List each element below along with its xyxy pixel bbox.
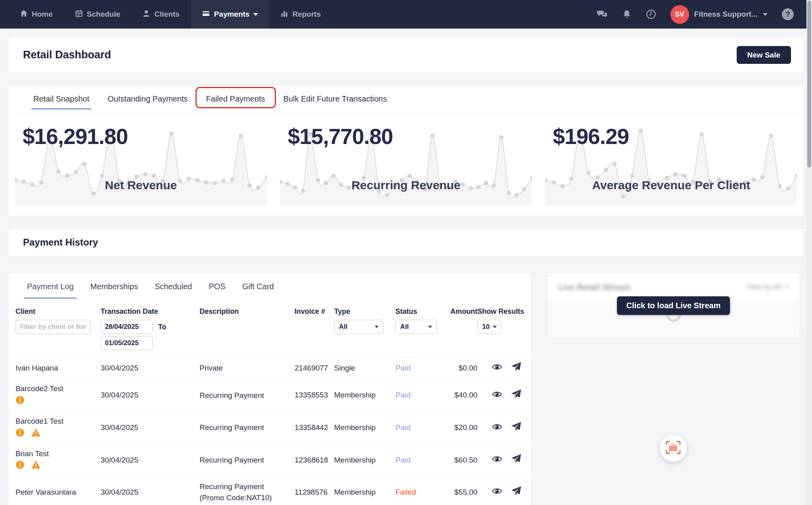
- chevron-down-icon: [763, 13, 768, 16]
- account-name: Fitness Support...: [694, 10, 758, 19]
- send-receipt-icon[interactable]: [511, 422, 521, 434]
- column-header-transaction-date: Transaction Date: [101, 307, 200, 316]
- view-payment-icon[interactable]: [492, 455, 502, 465]
- date-from-input[interactable]: [101, 320, 153, 334]
- client-name: Barcode1 Test: [15, 417, 101, 426]
- description-cell: Private: [199, 363, 295, 374]
- amount-cell: $0.00: [440, 364, 477, 373]
- chat-icon[interactable]: [597, 10, 608, 19]
- client-cell: Peter Varasuntara: [15, 488, 101, 497]
- status-cell: Paid: [396, 456, 440, 465]
- send-receipt-icon[interactable]: [511, 389, 521, 401]
- column-header-type: Type: [334, 307, 396, 316]
- status-cell: Failed: [396, 488, 440, 497]
- avatar: SV: [670, 5, 689, 24]
- bell-icon[interactable]: [622, 10, 632, 19]
- view-payment-icon[interactable]: [492, 423, 502, 433]
- type-select[interactable]: All: [334, 320, 383, 334]
- transaction-date-cell: 30/04/2025: [101, 456, 200, 465]
- metric-label: Recurring Revenue: [274, 179, 539, 192]
- description-cell: Recurring Payment: [199, 422, 295, 433]
- top-navbar: Home Schedule Clients Payments Reports S…: [0, 0, 812, 29]
- scrollbar-thumb[interactable]: [807, 1, 811, 167]
- account-menu[interactable]: SV Fitness Support...: [670, 5, 768, 24]
- warning-icon[interactable]: [31, 460, 41, 471]
- description-cell: Recurring Payment: [199, 390, 295, 401]
- chevron-down-icon: [253, 13, 258, 16]
- client-flags: [15, 428, 101, 439]
- transaction-date-cell: 30/04/2025: [101, 488, 200, 497]
- tab-scheduled[interactable]: Scheduled: [146, 273, 201, 300]
- actions-cell: [477, 454, 524, 466]
- column-header-description: Description: [199, 307, 295, 316]
- nav-item-home[interactable]: Home: [9, 0, 64, 29]
- tab-gift-card[interactable]: Gift Card: [234, 273, 282, 300]
- section-title: Payment History: [23, 237, 98, 248]
- table-body: Ivan Hapana30/04/2025Private21469077Sing…: [8, 357, 531, 505]
- metric-net-revenue: $16,291.80 Net Revenue: [8, 113, 274, 216]
- live-stream-filter[interactable]: Filter by All: [747, 284, 789, 291]
- actions-cell: [477, 389, 524, 401]
- barcode-scan-button[interactable]: [660, 435, 687, 462]
- description-cell: Recurring Payment: [199, 455, 295, 466]
- view-payment-icon[interactable]: [492, 390, 502, 400]
- nav-item-payments[interactable]: Payments: [191, 0, 270, 29]
- client-cell: Ivan Hapana: [15, 363, 101, 373]
- nav-item-clients[interactable]: Clients: [131, 0, 190, 29]
- tab-failed-payments[interactable]: Failed Payments: [197, 85, 274, 113]
- table-row: Brian Test30/04/2025Recurring Payment123…: [8, 444, 531, 477]
- actions-cell: [477, 422, 524, 434]
- nav-item-schedule[interactable]: Schedule: [64, 0, 131, 29]
- type-cell: Membership: [334, 456, 396, 465]
- send-receipt-icon[interactable]: [511, 486, 521, 498]
- tab-memberships[interactable]: Memberships: [82, 273, 146, 300]
- payment-log-tabs: Payment Log Memberships Scheduled POS Gi…: [8, 273, 531, 300]
- show-results-select[interactable]: 10: [477, 320, 501, 334]
- actions-cell: [477, 362, 524, 374]
- chevron-down-icon: [428, 326, 432, 328]
- metric-value: $16,291.80: [23, 124, 128, 149]
- invoice-cell: 21469077: [295, 364, 334, 373]
- client-filter-input[interactable]: [15, 320, 91, 334]
- nav-item-label: Reports: [292, 10, 321, 19]
- info-icon[interactable]: [15, 460, 25, 471]
- send-receipt-icon[interactable]: [511, 362, 521, 374]
- warning-icon[interactable]: [31, 428, 41, 439]
- amount-cell: $60.50: [440, 456, 477, 465]
- status-select[interactable]: All: [395, 320, 437, 334]
- info-icon[interactable]: [15, 396, 25, 407]
- view-payment-icon[interactable]: [492, 363, 502, 373]
- new-sale-button[interactable]: New Sale: [737, 46, 791, 64]
- nav-utilities: SV Fitness Support... ?: [597, 5, 812, 24]
- tab-retail-snapshot[interactable]: Retail Snapshot: [24, 85, 98, 113]
- scrollbar-track[interactable]: [806, 0, 812, 505]
- tab-bulk-edit-future-transactions[interactable]: Bulk Edit Future Transactions: [274, 85, 396, 113]
- metric-recurring-revenue: $15,770.80 Recurring Revenue: [274, 113, 539, 216]
- calendar-icon: [75, 10, 83, 19]
- send-receipt-icon[interactable]: [511, 454, 521, 466]
- tab-payment-log[interactable]: Payment Log: [19, 273, 82, 300]
- type-cell: Single: [334, 364, 396, 373]
- tab-pos[interactable]: POS: [200, 273, 234, 300]
- tab-outstanding-payments[interactable]: Outstanding Payments: [98, 85, 197, 113]
- person-icon: [142, 10, 150, 19]
- client-cell: Barcode1 Test: [15, 417, 101, 439]
- client-cell: Barcode2 Test: [15, 384, 101, 407]
- date-to-input[interactable]: [101, 336, 153, 350]
- status-cell: Paid: [396, 423, 440, 432]
- nav-item-label: Schedule: [87, 10, 120, 19]
- actions-cell: [477, 486, 524, 498]
- status-select-value: All: [400, 323, 409, 331]
- help-icon[interactable]: ?: [782, 8, 794, 20]
- clock-icon[interactable]: [646, 9, 656, 19]
- type-cell: Membership: [334, 391, 396, 399]
- info-icon[interactable]: [15, 428, 25, 439]
- table-row: Barcode2 Test30/04/2025Recurring Payment…: [8, 379, 531, 412]
- client-flags: [15, 460, 101, 471]
- view-payment-icon[interactable]: [492, 487, 502, 497]
- nav-item-label: Clients: [154, 10, 179, 19]
- nav-item-reports[interactable]: Reports: [269, 0, 332, 29]
- chevron-down-icon: [493, 326, 497, 328]
- transaction-date-cell: 30/04/2025: [101, 364, 200, 373]
- load-live-stream-button[interactable]: Click to load Live Stream: [617, 296, 730, 315]
